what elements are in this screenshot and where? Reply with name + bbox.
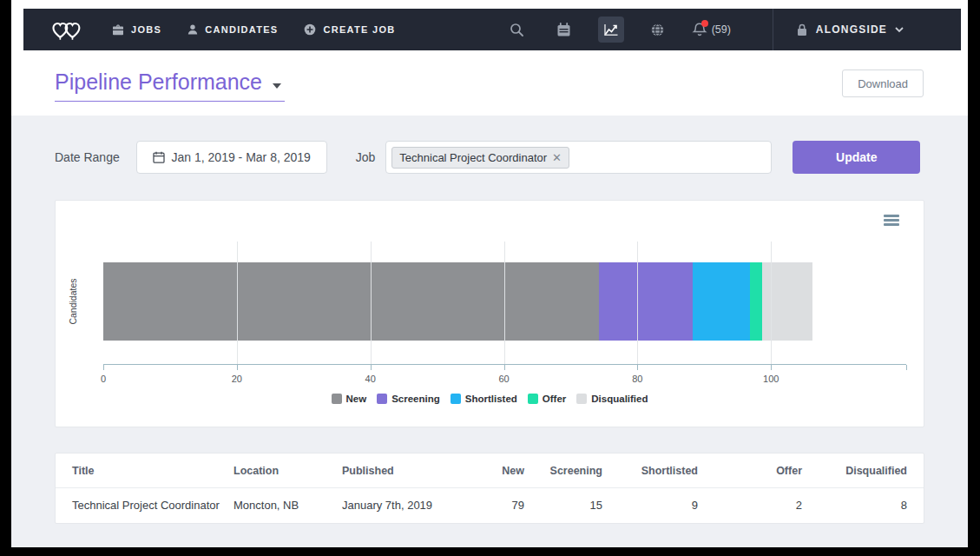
plus-circle-icon [304, 23, 316, 36]
report-selector[interactable]: Pipeline Performance [55, 70, 285, 102]
tick-label: 60 [498, 374, 509, 384]
job-tag-label: Technical Project Coordinator [399, 151, 547, 164]
legend-item-new[interactable]: New [332, 394, 367, 404]
tick-mark [504, 365, 505, 370]
navbar-actions: (59) ALONGSIDE [504, 9, 904, 50]
column-header-location: Location [233, 453, 342, 488]
chevron-down-icon [895, 27, 904, 33]
gridline [504, 242, 505, 364]
gridline [637, 242, 638, 364]
results-table: TitleLocationPublishedNewScreeningShortl… [56, 453, 924, 523]
globe-icon [650, 23, 665, 37]
legend-swatch [332, 394, 342, 404]
download-button[interactable]: Download [842, 70, 924, 97]
legend-label: Offer [543, 394, 566, 404]
tick-label: 40 [365, 374, 376, 384]
account-name: ALONGSIDE [816, 23, 887, 36]
calendar-icon [153, 151, 165, 163]
column-header-offer: Offer [698, 453, 802, 488]
column-header-disqualified: Disqualified [802, 453, 924, 488]
date-range-value: Jan 1, 2019 - Mar 8, 2019 [172, 150, 311, 164]
legend-item-screening[interactable]: Screening [377, 394, 440, 404]
legend-label: Shortlisted [465, 394, 517, 404]
table-row[interactable]: Technical Project CoordinatorMoncton, NB… [56, 488, 924, 524]
chevron-down-icon [273, 83, 281, 89]
notification-dot [701, 20, 708, 27]
page-body: Date Range Jan 1, 2019 - Mar 8, 2019 Job… [11, 116, 968, 547]
tick-mark [237, 365, 238, 370]
date-range-label: Date Range [55, 150, 120, 164]
plot-area: 020406080100 [103, 242, 906, 365]
stacked-bar [103, 262, 858, 341]
gridline [771, 242, 772, 364]
tick-mark [637, 365, 638, 370]
table-cell: January 7th, 2019 [342, 488, 464, 524]
column-header-published: Published [342, 453, 464, 488]
tick-label: 80 [632, 374, 642, 384]
gridline [371, 242, 372, 364]
bar-segment-offer[interactable] [750, 262, 762, 341]
results-table-panel: TitleLocationPublishedNewScreeningShortl… [55, 453, 924, 524]
app-window: Pipeline Performance Download JOBS [11, 0, 968, 547]
nav-item-candidates[interactable]: CANDIDATES [187, 24, 278, 36]
brand-logo[interactable] [49, 16, 84, 43]
table-cell: Moncton, NB [233, 488, 342, 524]
nav-label-jobs: JOBS [131, 24, 161, 35]
table-header-row: TitleLocationPublishedNewScreeningShortl… [56, 453, 924, 488]
calendar-button[interactable] [551, 17, 577, 43]
tick-mark [771, 365, 772, 370]
table-cell: 8 [802, 488, 924, 524]
legend-swatch [377, 394, 387, 404]
legend-swatch [576, 394, 587, 404]
table-cell: 79 [464, 488, 524, 524]
table-cell: 15 [524, 488, 602, 524]
legend-swatch [528, 394, 538, 404]
pipeline-chart-panel: Candidates 020406080100 NewScreeningShor… [55, 200, 924, 427]
tick-label: 0 [101, 374, 106, 384]
job-select-input[interactable]: Technical Project Coordinator ✕ [385, 141, 772, 174]
legend-item-offer[interactable]: Offer [528, 394, 566, 404]
chart-menu-icon[interactable] [884, 215, 899, 228]
filter-bar: Date Range Jan 1, 2019 - Mar 8, 2019 Job… [55, 141, 924, 174]
legend-label: New [346, 394, 367, 404]
globe-button[interactable] [645, 17, 671, 43]
briefcase-icon [112, 24, 124, 36]
y-axis-title: Candidates [68, 278, 78, 324]
chart-legend: NewScreeningShortlistedOfferDisqualified [56, 394, 924, 404]
search-icon [510, 23, 524, 37]
remove-tag-icon[interactable]: ✕ [552, 152, 562, 163]
bar-segment-disqualified[interactable] [762, 262, 812, 341]
notification-count: (59) [712, 23, 731, 36]
notifications-button[interactable]: (59) [692, 22, 731, 37]
legend-item-shortlisted[interactable]: Shortlisted [451, 394, 517, 404]
legend-label: Disqualified [591, 394, 648, 404]
tick-label: 20 [232, 374, 242, 384]
search-button[interactable] [504, 17, 530, 43]
gridline [237, 242, 238, 364]
table-cell: 2 [698, 488, 802, 524]
legend-label: Screening [391, 394, 440, 404]
update-button[interactable]: Update [793, 141, 920, 174]
date-range-input[interactable]: Jan 1, 2019 - Mar 8, 2019 [136, 141, 327, 174]
legend-swatch [451, 394, 461, 404]
tick-label: 100 [763, 374, 779, 384]
main-menu: JOBS CANDIDATES CREATE JOB [112, 23, 396, 36]
job-tag: Technical Project Coordinator ✕ [391, 147, 569, 169]
nav-item-jobs[interactable]: JOBS [112, 24, 161, 36]
bar-segment-screening[interactable] [599, 262, 693, 341]
nav-item-create-job[interactable]: CREATE JOB [304, 23, 395, 36]
bar-segment-shortlisted[interactable] [693, 262, 749, 341]
column-header-screening: Screening [524, 453, 602, 488]
lock-icon [796, 23, 808, 36]
nav-label-create-job: CREATE JOB [323, 24, 395, 35]
calendar-icon [556, 23, 571, 37]
alongside-hearts-icon [49, 16, 84, 43]
person-icon [187, 24, 198, 36]
table-cell: 9 [602, 488, 698, 524]
tick-mark [103, 365, 104, 370]
legend-item-disqualified[interactable]: Disqualified [576, 394, 648, 404]
tick-mark [371, 365, 372, 370]
account-menu[interactable]: ALONGSIDE [773, 9, 904, 50]
analytics-button[interactable] [598, 17, 624, 43]
bar-segment-new[interactable] [103, 262, 599, 341]
